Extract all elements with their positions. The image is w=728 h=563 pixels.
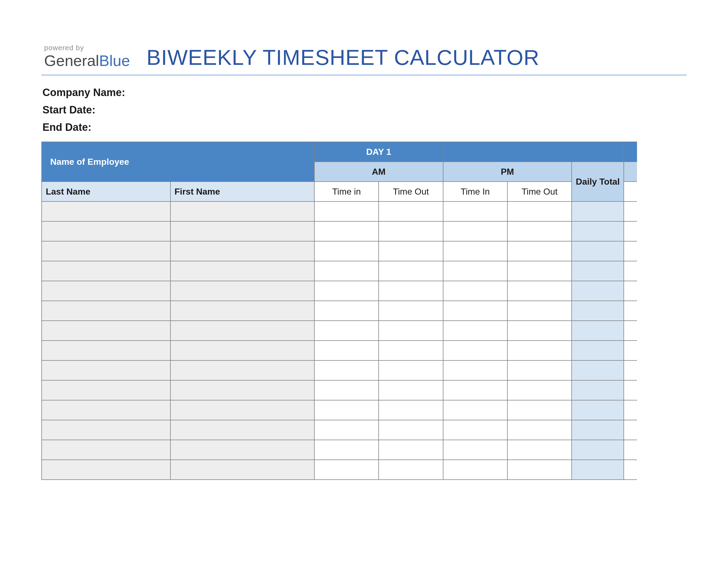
daily-total-cell[interactable] (572, 420, 624, 440)
am-time-in-cell[interactable] (314, 420, 379, 440)
am-time-out-cell[interactable] (379, 400, 443, 420)
am-time-out-cell[interactable] (379, 301, 443, 321)
pm-time-out-cell[interactable] (507, 440, 572, 460)
am-time-in-cell[interactable] (314, 380, 379, 400)
first-name-cell[interactable] (170, 241, 314, 261)
pm-time-out-cell[interactable] (507, 301, 572, 321)
am-time-in-cell[interactable] (314, 460, 379, 480)
last-name-cell[interactable] (42, 241, 170, 261)
am-time-in-cell[interactable] (314, 321, 379, 341)
am2-time-in-cell[interactable] (624, 440, 637, 460)
last-name-cell[interactable] (42, 261, 170, 281)
first-name-cell[interactable] (170, 341, 314, 361)
first-name-cell[interactable] (170, 261, 314, 281)
am-time-out-cell[interactable] (379, 341, 443, 361)
pm-time-in-cell[interactable] (443, 420, 507, 440)
daily-total-cell[interactable] (572, 440, 624, 460)
pm-time-out-cell[interactable] (507, 361, 572, 380)
am2-time-in-cell[interactable] (624, 321, 637, 341)
first-name-cell[interactable] (170, 460, 314, 480)
am2-time-in-cell[interactable] (624, 361, 637, 380)
first-name-cell[interactable] (170, 301, 314, 321)
first-name-cell[interactable] (170, 201, 314, 221)
pm-time-in-cell[interactable] (443, 281, 507, 301)
daily-total-cell[interactable] (572, 201, 624, 221)
am-time-out-cell[interactable] (379, 380, 443, 400)
last-name-cell[interactable] (42, 321, 170, 341)
am-time-out-cell[interactable] (379, 440, 443, 460)
pm-time-in-cell[interactable] (443, 321, 507, 341)
am-time-out-cell[interactable] (379, 201, 443, 221)
pm-time-out-cell[interactable] (507, 201, 572, 221)
first-name-cell[interactable] (170, 380, 314, 400)
pm-time-out-cell[interactable] (507, 321, 572, 341)
pm-time-in-cell[interactable] (443, 241, 507, 261)
pm-time-out-cell[interactable] (507, 460, 572, 480)
am-time-in-cell[interactable] (314, 201, 379, 221)
am-time-out-cell[interactable] (379, 241, 443, 261)
pm-time-out-cell[interactable] (507, 380, 572, 400)
last-name-cell[interactable] (42, 221, 170, 241)
pm-time-out-cell[interactable] (507, 221, 572, 241)
am-time-in-cell[interactable] (314, 221, 379, 241)
am-time-in-cell[interactable] (314, 261, 379, 281)
daily-total-cell[interactable] (572, 261, 624, 281)
daily-total-cell[interactable] (572, 321, 624, 341)
pm-time-out-cell[interactable] (507, 241, 572, 261)
daily-total-cell[interactable] (572, 281, 624, 301)
am-time-out-cell[interactable] (379, 420, 443, 440)
last-name-cell[interactable] (42, 281, 170, 301)
pm-time-in-cell[interactable] (443, 301, 507, 321)
am2-time-in-cell[interactable] (624, 420, 637, 440)
daily-total-cell[interactable] (572, 241, 624, 261)
am-time-in-cell[interactable] (314, 361, 379, 380)
am-time-in-cell[interactable] (314, 301, 379, 321)
am-time-in-cell[interactable] (314, 281, 379, 301)
am2-time-in-cell[interactable] (624, 341, 637, 361)
last-name-cell[interactable] (42, 400, 170, 420)
daily-total-cell[interactable] (572, 301, 624, 321)
daily-total-cell[interactable] (572, 221, 624, 241)
daily-total-cell[interactable] (572, 380, 624, 400)
am2-time-in-cell[interactable] (624, 380, 637, 400)
last-name-cell[interactable] (42, 460, 170, 480)
am-time-out-cell[interactable] (379, 361, 443, 380)
pm-time-in-cell[interactable] (443, 440, 507, 460)
am-time-out-cell[interactable] (379, 460, 443, 480)
am-time-out-cell[interactable] (379, 261, 443, 281)
am2-time-in-cell[interactable] (624, 221, 637, 241)
am2-time-in-cell[interactable] (624, 201, 637, 221)
pm-time-in-cell[interactable] (443, 400, 507, 420)
first-name-cell[interactable] (170, 321, 314, 341)
am-time-out-cell[interactable] (379, 321, 443, 341)
pm-time-in-cell[interactable] (443, 380, 507, 400)
am-time-in-cell[interactable] (314, 341, 379, 361)
pm-time-in-cell[interactable] (443, 221, 507, 241)
last-name-cell[interactable] (42, 380, 170, 400)
last-name-cell[interactable] (42, 440, 170, 460)
am-time-out-cell[interactable] (379, 281, 443, 301)
last-name-cell[interactable] (42, 201, 170, 221)
am-time-in-cell[interactable] (314, 400, 379, 420)
am-time-in-cell[interactable] (314, 440, 379, 460)
pm-time-out-cell[interactable] (507, 261, 572, 281)
pm-time-in-cell[interactable] (443, 341, 507, 361)
am2-time-in-cell[interactable] (624, 261, 637, 281)
daily-total-cell[interactable] (572, 341, 624, 361)
last-name-cell[interactable] (42, 301, 170, 321)
first-name-cell[interactable] (170, 361, 314, 380)
am2-time-in-cell[interactable] (624, 301, 637, 321)
daily-total-cell[interactable] (572, 460, 624, 480)
daily-total-cell[interactable] (572, 400, 624, 420)
pm-time-out-cell[interactable] (507, 420, 572, 440)
am-time-out-cell[interactable] (379, 221, 443, 241)
last-name-cell[interactable] (42, 341, 170, 361)
pm-time-in-cell[interactable] (443, 361, 507, 380)
am2-time-in-cell[interactable] (624, 241, 637, 261)
last-name-cell[interactable] (42, 420, 170, 440)
first-name-cell[interactable] (170, 420, 314, 440)
am2-time-in-cell[interactable] (624, 281, 637, 301)
am2-time-in-cell[interactable] (624, 460, 637, 480)
daily-total-cell[interactable] (572, 361, 624, 380)
pm-time-in-cell[interactable] (443, 201, 507, 221)
